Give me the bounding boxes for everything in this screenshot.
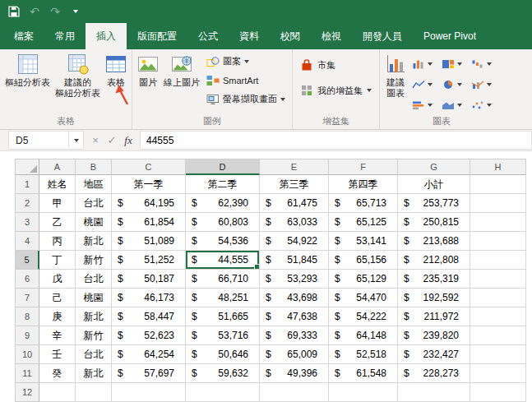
cell-A9[interactable]: 辛 [39, 326, 76, 345]
cell-C5[interactable]: $51,252 [112, 251, 186, 270]
cell-F11[interactable]: $61,548 [329, 364, 398, 383]
cell-B6[interactable]: 台北 [76, 270, 112, 289]
cell-C8[interactable]: $58,447 [112, 307, 186, 326]
cell-H7[interactable] [470, 289, 526, 307]
bar-chart-button[interactable] [412, 100, 442, 110]
column-header-A[interactable]: A [39, 159, 76, 175]
cell-D4[interactable]: $54,536 [186, 232, 260, 251]
row-header-3[interactable]: 3 [15, 213, 39, 232]
cell-C2[interactable]: $64,195 [112, 194, 186, 213]
cell-G12[interactable] [398, 383, 470, 402]
pie-chart-button[interactable] [442, 80, 471, 90]
cell-A4[interactable]: 丙 [39, 232, 76, 251]
table-button[interactable]: 表格 [103, 50, 129, 88]
row-header-12[interactable]: 12 [15, 383, 39, 402]
cell-F7[interactable]: $54,470 [329, 289, 398, 307]
cell-E9[interactable]: $69,333 [260, 326, 329, 345]
row-header-6[interactable]: 6 [15, 270, 39, 289]
cell-B8[interactable]: 新北 [76, 307, 112, 326]
cell-D10[interactable]: $50,646 [186, 345, 260, 364]
row-header-7[interactable]: 7 [15, 289, 39, 307]
line-chart-button[interactable] [412, 80, 442, 90]
cell-A12[interactable] [39, 383, 76, 402]
row-header-4[interactable]: 4 [15, 232, 39, 251]
column-chart-button[interactable] [412, 59, 442, 69]
column-header-H[interactable]: H [470, 159, 526, 175]
cell-F12[interactable] [329, 383, 398, 402]
screenshot-button[interactable]: 螢幕擷取畫面 [204, 90, 288, 108]
tab-formulas[interactable]: 公式 [187, 23, 229, 49]
row-header-9[interactable]: 9 [15, 326, 39, 345]
smartart-button[interactable]: SmartArt [204, 72, 288, 89]
row-header-10[interactable]: 10 [15, 345, 39, 364]
cell-H8[interactable] [470, 307, 526, 326]
tab-page-layout[interactable]: 版面配置 [127, 23, 187, 49]
cell-C1[interactable]: 第一季 [112, 175, 186, 194]
cell-B2[interactable]: 台北 [76, 194, 112, 213]
cancel-button[interactable]: × [87, 134, 104, 146]
cell-G8[interactable]: $211,972 [398, 307, 470, 326]
cell-D9[interactable]: $53,716 [186, 326, 260, 345]
tab-view[interactable]: 檢視 [311, 23, 352, 49]
waterfall-chart-button[interactable] [471, 59, 501, 69]
tab-insert[interactable]: 插入 [86, 23, 127, 49]
cell-F5[interactable]: $65,156 [329, 251, 398, 270]
cell-C4[interactable]: $51,089 [112, 232, 186, 251]
column-header-B[interactable]: B [76, 159, 112, 175]
undo-button[interactable]: ↶ [25, 2, 44, 21]
tab-power-pivot[interactable]: Power Pivot [413, 23, 487, 49]
combo-chart-button[interactable] [471, 80, 501, 90]
store-button[interactable]: 市集 [300, 58, 372, 72]
cell-C6[interactable]: $50,187 [112, 270, 186, 289]
cell-D7[interactable]: $48,251 [186, 289, 260, 307]
column-header-C[interactable]: C [112, 159, 186, 175]
pictures-button[interactable]: 圖片 [135, 50, 161, 88]
cell-H11[interactable] [470, 364, 526, 383]
column-header-G[interactable]: G [398, 159, 470, 175]
cell-H2[interactable] [470, 194, 526, 213]
cell-H4[interactable] [470, 232, 526, 251]
cell-G2[interactable]: $253,773 [398, 194, 470, 213]
cell-G3[interactable]: $250,815 [398, 213, 470, 232]
name-box[interactable]: D5 [8, 131, 69, 150]
cell-D5[interactable]: $44,555 [186, 251, 260, 270]
cell-A8[interactable]: 庚 [39, 307, 76, 326]
cell-C7[interactable]: $46,173 [112, 289, 186, 307]
cell-D12[interactable] [186, 383, 260, 402]
my-addins-button[interactable]: 我的增益集 [300, 84, 372, 97]
cell-H9[interactable] [470, 326, 526, 345]
cell-G6[interactable]: $235,319 [398, 270, 470, 289]
cell-D3[interactable]: $60,803 [186, 213, 260, 232]
cell-H3[interactable] [470, 213, 526, 232]
cell-G4[interactable]: $213,688 [398, 232, 470, 251]
cell-D2[interactable]: $62,390 [186, 194, 260, 213]
cell-G1[interactable]: 小計 [398, 175, 470, 194]
recommended-charts-button[interactable]: 建議 圖表 [382, 50, 409, 99]
row-header-1[interactable]: 1 [15, 175, 39, 194]
cell-E10[interactable]: $65,009 [260, 345, 329, 364]
tab-developer[interactable]: 開發人員 [352, 23, 413, 49]
cell-F3[interactable]: $65,125 [329, 213, 398, 232]
save-button[interactable] [5, 2, 23, 21]
treemap-chart-button[interactable] [442, 59, 471, 69]
cell-G9[interactable]: $239,820 [398, 326, 470, 345]
tab-file[interactable]: 檔案 [3, 23, 44, 49]
row-header-2[interactable]: 2 [15, 194, 39, 213]
tab-data[interactable]: 資料 [229, 23, 270, 49]
column-header-F[interactable]: F [329, 159, 398, 175]
cell-H12[interactable] [470, 383, 526, 402]
cell-E4[interactable]: $54,922 [260, 232, 329, 251]
cell-A2[interactable]: 甲 [39, 194, 76, 213]
cell-E11[interactable]: $49,396 [260, 364, 329, 383]
cell-B7[interactable]: 桃園 [76, 289, 112, 307]
tab-home[interactable]: 常用 [44, 23, 86, 49]
cell-F10[interactable]: $52,518 [329, 345, 398, 364]
cell-C10[interactable]: $64,254 [112, 345, 186, 364]
cell-B1[interactable]: 地區 [76, 175, 112, 194]
cell-C9[interactable]: $52,623 [112, 326, 186, 345]
cell-A7[interactable]: 己 [39, 289, 76, 307]
cell-B10[interactable]: 台北 [76, 345, 112, 364]
cell-A5[interactable]: 丁 [39, 251, 76, 270]
cell-A3[interactable]: 乙 [39, 213, 76, 232]
cell-E5[interactable]: $51,845 [260, 251, 329, 270]
